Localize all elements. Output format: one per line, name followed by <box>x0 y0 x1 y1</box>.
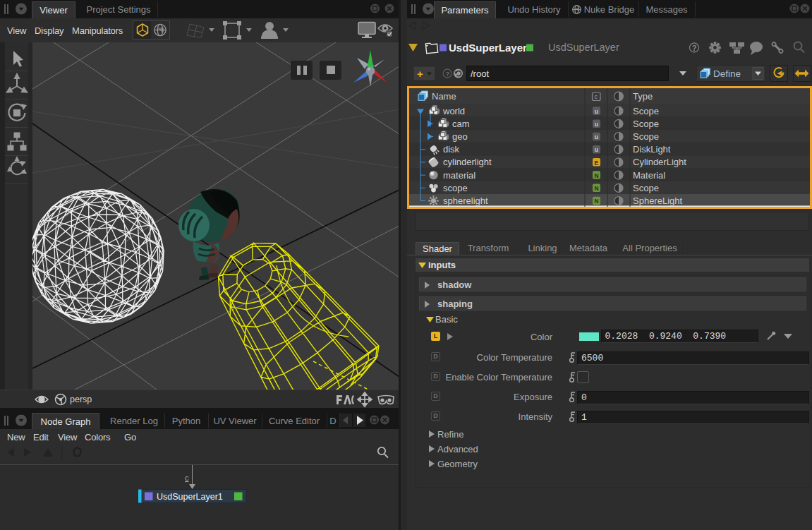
svg-text:DiskLight: DiskLight <box>633 144 671 155</box>
svg-text:u: u <box>595 108 598 115</box>
svg-text:geo: geo <box>452 131 468 142</box>
svg-text:E: E <box>595 159 599 167</box>
svg-text:u: u <box>595 146 598 153</box>
svg-text:?: ? <box>692 44 696 52</box>
svg-text:cylinderlight: cylinderlight <box>443 157 492 167</box>
svg-text:c: c <box>185 474 189 482</box>
svg-text:Material: Material <box>633 170 665 181</box>
svg-text:c: c <box>594 93 598 100</box>
svg-text:Scope: Scope <box>633 131 659 142</box>
svg-text:N: N <box>595 172 599 179</box>
svg-text:/root: /root <box>471 68 489 79</box>
svg-text:CylinderLight: CylinderLight <box>633 157 686 167</box>
svg-text:disk: disk <box>443 144 460 155</box>
svg-text:Define: Define <box>713 68 741 79</box>
svg-text:N: N <box>595 185 599 192</box>
svg-text:+: + <box>417 68 423 80</box>
svg-text:N: N <box>595 198 599 205</box>
svg-text:Type: Type <box>633 91 653 102</box>
svg-text:spherelight: spherelight <box>443 195 488 206</box>
svg-text:SphereLight: SphereLight <box>633 195 682 206</box>
svg-text:UsdSuperLayer1: UsdSuperLayer1 <box>157 492 223 502</box>
svg-text:material: material <box>443 170 475 181</box>
svg-text:cam: cam <box>452 119 470 129</box>
svg-text:scope: scope <box>443 183 468 193</box>
svg-text:Name: Name <box>432 91 456 102</box>
svg-text:u: u <box>595 133 598 140</box>
svg-text:Scope: Scope <box>633 183 659 193</box>
svg-text:?: ? <box>445 70 449 78</box>
svg-text:Scope: Scope <box>633 106 659 116</box>
svg-text:Scope: Scope <box>633 119 659 129</box>
svg-text:UsdSuperLayer: UsdSuperLayer <box>548 42 619 53</box>
svg-text:u: u <box>595 121 598 128</box>
svg-text:world: world <box>442 106 465 116</box>
svg-text:UsdSuperLayer: UsdSuperLayer <box>449 42 527 54</box>
